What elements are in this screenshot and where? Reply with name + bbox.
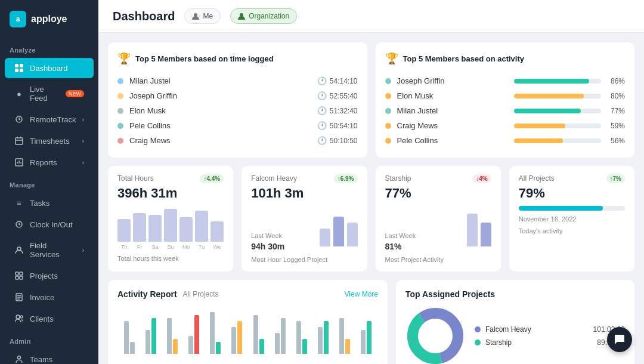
act-bar-1 [318, 327, 323, 354]
member-dot [117, 108, 123, 114]
sidebar-item-field-services[interactable]: Field Services › [5, 236, 94, 264]
sidebar-item-reports[interactable]: Reports › [5, 152, 94, 172]
sidebar-tasks-label: Tasks [30, 199, 49, 208]
member-time: 🕐 51:32:40 [317, 106, 358, 115]
total-hours-bars-chart [117, 206, 224, 242]
act-bar-2 [259, 339, 264, 354]
activity-bar-fill [514, 124, 565, 128]
activity-bar-bg [514, 94, 601, 98]
sidebar-item-clients[interactable]: Clients [5, 309, 94, 329]
starship-label: Starship [385, 174, 411, 183]
activity-member-name: Craig Mews [397, 121, 508, 130]
starship-badge: ↓4% [472, 174, 491, 183]
projects-icon [14, 271, 24, 280]
activity-pct: 86% [606, 77, 625, 85]
activity-bar-row: 86% [514, 77, 625, 85]
chat-bubble[interactable] [607, 327, 632, 352]
sidebar-item-remote-track[interactable]: RemoteTrack › [5, 109, 94, 129]
svg-rect-1 [20, 64, 23, 67]
sidebar-item-clock[interactable]: Clock In/Out [5, 214, 94, 235]
act-bar-1 [167, 318, 172, 354]
reports-icon [14, 158, 24, 167]
act-col [249, 315, 268, 354]
remote-track-chevron: › [82, 116, 84, 123]
sidebar-item-live-feed[interactable]: ● Live Feed NEW [5, 79, 94, 108]
sidebar-dashboard-label: Dashboard [30, 64, 68, 73]
falcom-last-week-label: Last Week [251, 232, 284, 239]
activity-pct: 56% [606, 137, 625, 145]
act-bar-2 [194, 315, 199, 354]
act-bar-1 [339, 318, 344, 354]
total-hours-chart: ThFrSaSuMoTuWe [117, 206, 224, 250]
act-col [163, 318, 182, 354]
activity-members-list: Joseph Griffin 86% Elon Musk 80% Milan J… [385, 73, 626, 148]
main-area: Dashboard Me Organization 🏆 Top 5 Member… [98, 0, 644, 364]
bottom-row: Activity Report All Projects View More T… [108, 280, 634, 364]
legend-row-starship: Starship 89:02:04 [475, 338, 625, 347]
activity-dot [385, 123, 391, 129]
act-bar-2 [216, 342, 221, 354]
act-col [292, 321, 311, 354]
act-bar-1 [231, 327, 236, 354]
starship-value: 77% [385, 186, 491, 201]
sidebar-item-teams[interactable]: Teams [5, 349, 94, 364]
field-services-icon [14, 245, 24, 255]
member-dot [117, 123, 123, 129]
falcom-value: 101h 3m [251, 186, 357, 201]
sidebar-clock-label: Clock In/Out [30, 220, 73, 229]
bar-label: Th [117, 244, 131, 250]
sidebar-item-tasks[interactable]: ≡ Tasks [5, 193, 94, 213]
falcom-label: Falcom Heavy [251, 174, 297, 183]
org-label: Organization [249, 12, 289, 20]
act-bar-1 [210, 312, 215, 354]
act-col [271, 318, 290, 354]
sidebar-item-timesheets[interactable]: Timesheets › [5, 131, 94, 151]
top5-time-header: 🏆 Top 5 Members based on time logged [117, 52, 358, 65]
donut-legend: Falcom Heavy 101:03:00 Starship 89:02:04 [475, 325, 625, 347]
sidebar-item-dashboard[interactable]: Dashboard [5, 58, 94, 78]
top5-activity-card: 🏆 Top 5 Members based on activity Joseph… [376, 42, 635, 158]
bar-label: Mo [179, 244, 193, 250]
activity-report-view-more[interactable]: View More [345, 290, 378, 298]
sidebar-item-invoice[interactable]: Invoice [5, 287, 94, 307]
sidebar-reports-label: Reports [30, 158, 57, 167]
member-time: 🕐 54:14:10 [317, 76, 358, 85]
starship-footer: Most Project Activity [385, 256, 491, 263]
falcom-card: Falcom Heavy ↑6.9% 101h 3m Last Week 94h… [242, 166, 367, 272]
svg-point-14 [16, 315, 20, 319]
clock-icon: 🕐 [317, 136, 327, 145]
activity-report-card: Activity Report All Projects View More [108, 280, 388, 364]
all-projects-value: 79% [519, 186, 625, 201]
top-assigned-title: Top Assigned Projects [405, 289, 625, 299]
organization-button[interactable]: Organization [230, 8, 297, 24]
topbar: Dashboard Me Organization [98, 0, 644, 33]
dashboard-icon [14, 63, 24, 73]
act-col [184, 315, 203, 354]
sidebar-item-projects[interactable]: Projects [5, 266, 94, 286]
top5-row: 🏆 Top 5 Members based on time logged Mil… [108, 42, 634, 158]
time-member-row: Joseph Griffin 🕐 52:55:40 [117, 88, 358, 103]
svg-rect-12 [20, 276, 23, 279]
logo-icon: a [10, 11, 26, 27]
falcom-dot [475, 326, 481, 332]
bar-labels: ThFrSaSuMoTuWe [117, 244, 224, 250]
invoice-icon [14, 292, 24, 302]
top-assigned-card: Top Assigned Projects Falcom H [396, 280, 634, 364]
field-services-chevron: › [82, 247, 84, 254]
member-name: Joseph Griffin [129, 91, 311, 100]
svg-point-16 [18, 356, 21, 359]
starship-header: Starship ↓4% [385, 174, 491, 183]
member-time-value: 50:10:50 [330, 137, 358, 145]
all-projects-progress-fill [519, 206, 603, 211]
member-time-value: 50:54:10 [330, 122, 358, 130]
starship-dot [475, 340, 481, 346]
activity-bar-bg [514, 79, 601, 84]
timesheets-chevron: › [82, 138, 84, 144]
clock-icon: 🕐 [317, 121, 327, 130]
activity-report-title: Activity Report [117, 289, 177, 299]
time-member-row: Craig Mews 🕐 50:10:50 [117, 133, 358, 148]
me-button[interactable]: Me [184, 8, 221, 24]
activity-report-sub: All Projects [183, 290, 219, 298]
sidebar-clients-label: Clients [30, 314, 54, 323]
act-bar-2 [324, 321, 329, 354]
